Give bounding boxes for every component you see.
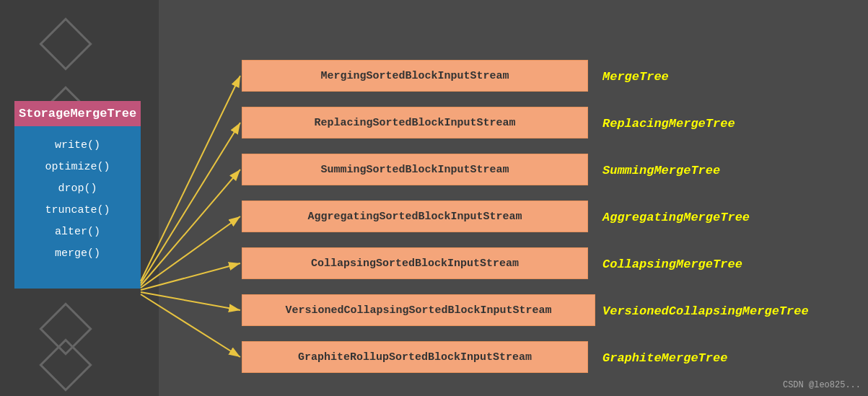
stream-box-3: AggregatingSortedBlockInputStream (242, 201, 588, 232)
method-drop: drop() (22, 178, 133, 200)
arrow-3 (141, 216, 240, 288)
storage-merge-tree-box: StorageMergeTree write() optimize() drop… (14, 101, 141, 289)
main-content: StorageMergeTree write() optimize() drop… (0, 0, 868, 396)
storage-methods: write() optimize() drop() truncate() alt… (14, 126, 141, 273)
method-write: write() (22, 135, 133, 157)
stream-box-4: CollapsingSortedBlockInputStream (242, 247, 588, 279)
stream-box-5: VersionedCollapsingSortedBlockInputStrea… (242, 294, 595, 326)
arrow-1 (141, 123, 240, 283)
method-optimize: optimize() (22, 157, 133, 178)
right-label-3: AggregatingMergeTree (602, 211, 750, 224)
method-truncate: truncate() (22, 200, 133, 221)
stream-box-2: SummingSortedBlockInputStream (242, 154, 588, 185)
arrow-4 (141, 263, 240, 290)
stream-box-0: MergingSortedBlockInputStream (242, 60, 588, 92)
arrow-0 (141, 76, 240, 281)
right-label-0: MergeTree (602, 70, 669, 84)
watermark: CSDN @leo825... (783, 380, 861, 390)
stream-box-1: ReplacingSortedBlockInputStream (242, 107, 588, 138)
right-label-5: VersionedCollapsingMergeTree (602, 304, 809, 318)
right-label-2: SummingMergeTree (602, 164, 720, 177)
method-merge: merge() (22, 243, 133, 265)
storage-title: StorageMergeTree (14, 101, 141, 126)
arrow-2 (141, 170, 240, 286)
method-alter: alter() (22, 221, 133, 243)
right-label-6: GraphiteMergeTree (602, 351, 727, 365)
arrow-5 (141, 292, 240, 310)
arrow-6 (141, 294, 240, 357)
stream-box-6: GraphiteRollupSortedBlockInputStream (242, 341, 588, 373)
right-label-1: ReplacingMergeTree (602, 117, 735, 131)
right-label-4: CollapsingMergeTree (602, 258, 742, 271)
